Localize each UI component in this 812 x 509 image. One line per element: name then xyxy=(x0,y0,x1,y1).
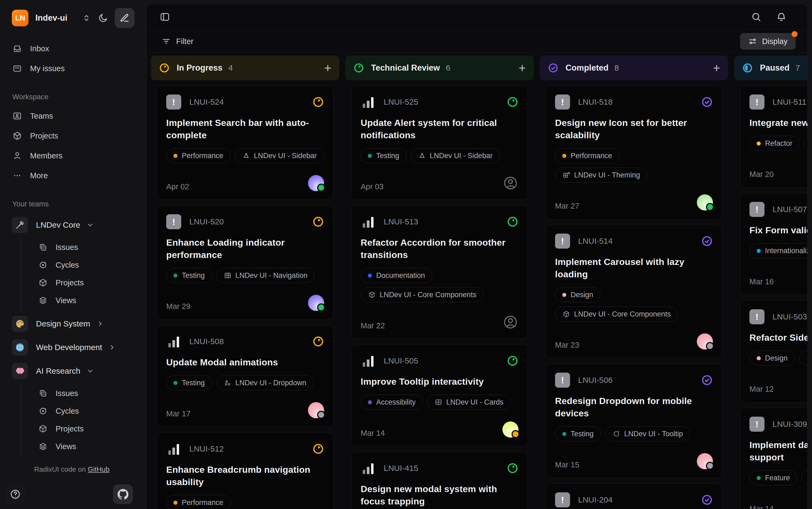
label-pill[interactable]: Design xyxy=(555,287,600,302)
label-pill[interactable]: Design xyxy=(749,350,795,366)
issue-card[interactable]: !LNUI-503 Refactor Sidebar for better UX… xyxy=(740,300,807,402)
notifications-bell-icon[interactable] xyxy=(776,12,786,22)
label-pill[interactable]: Performance xyxy=(555,148,619,163)
project-pill[interactable]: LNDev UI - Dropdown xyxy=(216,375,314,391)
project-pill[interactable]: LNDev UI - Theming xyxy=(802,470,807,485)
sidebar-item-inbox[interactable]: Inbox xyxy=(0,39,144,59)
chevron-down-icon[interactable] xyxy=(86,221,94,229)
workspace-name[interactable]: Indev-ui xyxy=(35,13,75,23)
add-issue-button[interactable]: + xyxy=(713,62,720,74)
label-pill[interactable]: Feature xyxy=(749,470,797,485)
subitem-label: Projects xyxy=(56,425,84,433)
github-link[interactable]: GitHub xyxy=(88,465,109,473)
sidebar-item-projects[interactable]: Projects xyxy=(0,126,144,146)
label-pill[interactable]: Refactor xyxy=(749,136,800,151)
label-pill[interactable]: Testing xyxy=(166,268,212,283)
issue-card[interactable]: !LNUI-511 Integrate new Select component… xyxy=(740,86,807,188)
column-title: Paused xyxy=(760,63,789,73)
sidebar-toggle-icon[interactable] xyxy=(160,11,170,22)
issue-card[interactable]: LNUI-512 Enhance Breadcrumb navigation u… xyxy=(157,433,334,509)
label-pill[interactable]: Performance xyxy=(166,148,231,163)
team-subitem-cycles[interactable]: Cycles xyxy=(21,256,144,274)
workspace-logo[interactable]: LN xyxy=(12,10,29,26)
issue-id: LNUI-520 xyxy=(189,217,224,226)
filter-button[interactable]: Filter xyxy=(162,37,193,46)
issue-date: Mar 12 xyxy=(749,385,774,394)
label-pill[interactable]: Internationalization xyxy=(749,243,807,258)
sidebar-item-teams[interactable]: Teams xyxy=(0,106,144,126)
sidebar-item-label: My issues xyxy=(30,64,65,73)
project-pill[interactable]: LNDev UI - Cards xyxy=(427,395,511,410)
team-subitem-issues[interactable]: Issues xyxy=(21,384,144,402)
project-pill[interactable]: LNDev UI - Core Components xyxy=(555,307,678,321)
team-web-development[interactable]: Web Development xyxy=(0,336,144,359)
issue-card[interactable]: !LNUI-520 Enhance Loading indicator perf… xyxy=(157,205,334,320)
issue-card[interactable]: !LNUI-514 Implement Carousel with lazy l… xyxy=(546,225,722,359)
workspace-switcher-icon[interactable] xyxy=(82,13,91,23)
issue-card[interactable]: !LNUI-507 Fix Form validation logic Inte… xyxy=(740,193,807,295)
label-pill[interactable]: Testing xyxy=(361,148,407,163)
github-button[interactable] xyxy=(113,484,133,504)
add-issue-button[interactable]: + xyxy=(324,62,331,74)
subitem-label: Views xyxy=(56,296,76,305)
subitem-label: Cycles xyxy=(56,261,79,270)
team-subitem-cycles[interactable]: Cycles xyxy=(21,402,144,420)
project-pill[interactable]: LNDev UI - Navigation xyxy=(216,268,315,283)
project-pill[interactable]: LNDev UI - Sidebar xyxy=(235,148,324,163)
project-pill[interactable]: LNDev UI - Theming xyxy=(555,168,647,182)
issue-card[interactable]: LNUI-415 Design new modal system with fo… xyxy=(351,452,528,509)
assignee-unassigned-icon xyxy=(502,314,518,330)
team-subitem-views[interactable]: Views xyxy=(21,292,144,309)
chevron-down-icon[interactable] xyxy=(86,367,94,375)
label-pill[interactable]: Accessibility xyxy=(361,395,423,410)
issue-card[interactable]: LNUI-508 Update Modal animations Testing… xyxy=(157,325,334,427)
team-design-system[interactable]: Design System xyxy=(0,312,144,336)
label-pill[interactable]: Performance xyxy=(166,495,231,509)
team-ai-research[interactable]: AI Research xyxy=(0,359,144,383)
issue-card[interactable]: LNUI-513 Refactor Accordion for smoother… xyxy=(351,205,528,339)
sidebar-item-my-issues[interactable]: My issues xyxy=(0,59,144,78)
sidebar-item-members[interactable]: Members xyxy=(0,146,144,166)
team-name: LNDev Core xyxy=(36,220,80,230)
teams-section-label: Your teams xyxy=(0,185,144,213)
issue-card[interactable]: !LNUI-506 Redesign Dropdown for mobile d… xyxy=(546,364,722,478)
column-title: Completed xyxy=(566,63,608,73)
issue-date: Mar 27 xyxy=(555,202,579,210)
new-issue-button[interactable] xyxy=(115,8,135,28)
assignee-avatar xyxy=(308,175,324,191)
issue-card[interactable]: !LNUI-204 Optimize animations for smooth… xyxy=(546,483,722,509)
column-title: In Progress xyxy=(177,63,223,73)
issue-title: Refactor Accordion for smoother transiti… xyxy=(361,236,518,261)
label-pill[interactable]: Testing xyxy=(166,375,212,391)
chevron-right-icon[interactable] xyxy=(96,320,104,328)
team-subitem-projects[interactable]: Projects xyxy=(21,420,144,438)
search-icon[interactable] xyxy=(751,12,761,22)
team-lndev-core[interactable]: LNDev Core xyxy=(0,213,144,237)
chevron-right-icon[interactable] xyxy=(108,343,116,351)
dots-icon xyxy=(12,171,23,180)
issue-card[interactable]: !LNUI-309 Implement dark mode preference… xyxy=(740,408,807,509)
display-button[interactable]: Display xyxy=(740,33,796,50)
issue-card[interactable]: !LNUI-518 Design new Icon set for better… xyxy=(546,86,722,219)
label-pill[interactable]: Documentation xyxy=(361,268,432,283)
team-subitem-issues[interactable]: Issues xyxy=(21,238,144,256)
project-pill[interactable]: LNDev UI - Sidebar xyxy=(799,350,807,366)
issue-title: Redesign Dropdown for mobile devices xyxy=(555,395,713,419)
sidebar-item-more[interactable]: More xyxy=(0,166,144,185)
column-header: In Progress 4 + xyxy=(151,56,339,80)
project-pill[interactable]: LNDev UI - Tooltip xyxy=(605,426,690,441)
theme-moon-icon[interactable] xyxy=(98,13,108,23)
issue-card[interactable]: LNUI-505 Improve Tooltip interactivity A… xyxy=(351,344,528,446)
project-pill[interactable]: LNDev UI - Data Tables xyxy=(804,136,807,151)
copy-icon xyxy=(38,243,48,252)
assignee-avatar xyxy=(697,194,713,210)
help-button[interactable] xyxy=(5,484,25,504)
issue-card[interactable]: !LNUI-524 Implement Search bar with auto… xyxy=(157,86,334,200)
project-pill[interactable]: LNDev UI - Sidebar xyxy=(411,148,500,163)
add-issue-button[interactable]: + xyxy=(518,62,526,74)
label-pill[interactable]: Testing xyxy=(555,426,601,441)
project-pill[interactable]: LNDev UI - Core Components xyxy=(361,287,484,302)
team-subitem-projects[interactable]: Projects xyxy=(21,274,144,292)
issue-card[interactable]: LNUI-525 Update Alert system for critica… xyxy=(351,86,528,200)
team-subitem-views[interactable]: Views xyxy=(21,438,144,455)
